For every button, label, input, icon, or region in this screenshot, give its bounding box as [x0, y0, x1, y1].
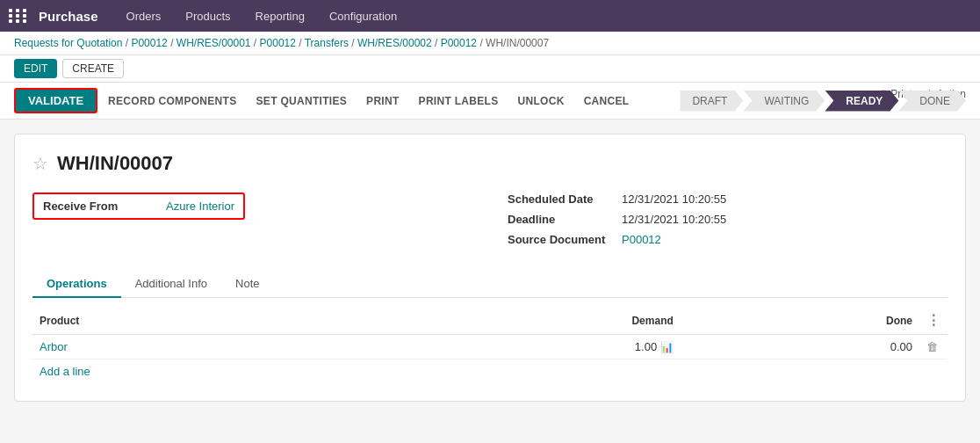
nav-orders[interactable]: Orders — [116, 4, 172, 28]
breadcrumb: Requests for Quotation / P00012 / WH/RES… — [0, 32, 980, 55]
demand-cell: 1.00 📊 — [351, 335, 681, 359]
trash-icon[interactable]: 🗑 — [926, 340, 938, 353]
cancel-link[interactable]: CANCEL — [575, 91, 638, 112]
scheduled-date-value: 12/31/2021 10:20:55 — [622, 192, 726, 206]
record-card: ☆ WH/IN/00007 Receive From Azure Interio… — [14, 134, 966, 402]
scheduled-date-row: Scheduled Date 12/31/2021 10:20:55 — [508, 192, 948, 206]
apps-icon[interactable] — [9, 9, 28, 23]
record-components-link[interactable]: RECORD COMPONENTS — [99, 91, 245, 112]
breadcrumb-current: WH/IN/00007 — [486, 37, 549, 49]
deadline-label: Deadline — [508, 213, 613, 226]
status-waiting[interactable]: WAITING — [743, 91, 825, 112]
record-title: WH/IN/00007 — [57, 152, 173, 175]
main-content: ☆ WH/IN/00007 Receive From Azure Interio… — [0, 120, 980, 416]
breadcrumb-link-6[interactable]: P00012 — [441, 37, 477, 49]
source-doc-label: Source Document — [508, 233, 613, 246]
form-left: Receive From Azure Interior — [32, 192, 472, 253]
unlock-link[interactable]: UNLOCK — [509, 91, 573, 112]
breadcrumb-link-5[interactable]: WH/RES/00002 — [357, 37, 432, 49]
breadcrumb-link-1[interactable]: P00012 — [131, 37, 167, 49]
chart-icon[interactable]: 📊 — [660, 341, 674, 353]
status-done[interactable]: DONE — [898, 91, 966, 112]
form-right: Scheduled Date 12/31/2021 10:20:55 Deadl… — [508, 192, 948, 253]
col-more: ⋮ — [919, 307, 948, 335]
top-navigation: Purchase Orders Products Reporting Confi… — [0, 0, 980, 32]
column-more-icon[interactable]: ⋮ — [926, 313, 940, 328]
product-cell[interactable]: Arbor — [32, 335, 351, 359]
action-bar: VALIDATE RECORD COMPONENTS SET QUANTITIE… — [0, 83, 980, 120]
col-done: Done — [681, 307, 919, 335]
col-product: Product — [32, 307, 351, 335]
breadcrumb-link-2[interactable]: WH/RES/00001 — [177, 37, 251, 49]
add-line-button[interactable]: Add a line — [32, 359, 97, 383]
table-row: Arbor 1.00 📊 0.00 🗑 — [32, 335, 948, 359]
print-labels-link[interactable]: PRINT LABELS — [410, 91, 508, 112]
nav-products[interactable]: Products — [175, 4, 241, 28]
tab-note[interactable]: Note — [221, 271, 273, 298]
status-ready[interactable]: READY — [825, 91, 898, 112]
nav-reporting[interactable]: Reporting — [245, 4, 315, 28]
create-button[interactable]: CREATE — [62, 59, 124, 78]
receive-from-label: Receive From — [43, 200, 148, 213]
nav-configuration[interactable]: Configuration — [319, 4, 407, 28]
source-doc-value[interactable]: P00012 — [622, 233, 661, 246]
edit-button[interactable]: EDIT — [14, 59, 57, 78]
done-cell: 0.00 — [681, 335, 919, 359]
breadcrumb-link-3[interactable]: P00012 — [260, 37, 296, 49]
nav-links: Orders Products Reporting Configuration — [116, 4, 408, 28]
record-tabs: Operations Additional Info Note — [32, 271, 948, 298]
col-demand: Demand — [351, 307, 681, 335]
deadline-row: Deadline 12/31/2021 10:20:55 — [508, 213, 948, 226]
breadcrumb-link-0[interactable]: Requests for Quotation — [14, 37, 122, 49]
receive-from-field: Receive From Azure Interior — [32, 192, 245, 220]
status-bar: DRAFT WAITING READY DONE — [680, 91, 966, 112]
print-link[interactable]: PRINT — [357, 91, 408, 112]
validate-button[interactable]: VALIDATE — [14, 88, 97, 113]
record-title-row: ☆ WH/IN/00007 — [32, 152, 948, 175]
breadcrumb-link-4[interactable]: Transfers — [305, 37, 349, 49]
set-quantities-link[interactable]: SET QUANTITIES — [248, 91, 357, 112]
deadline-value: 12/31/2021 10:20:55 — [622, 213, 726, 226]
tab-additional-info[interactable]: Additional Info — [121, 271, 221, 298]
brand-name: Purchase — [39, 9, 98, 24]
tab-operations[interactable]: Operations — [32, 271, 121, 298]
delete-cell: 🗑 — [919, 335, 948, 359]
form-section: Receive From Azure Interior Scheduled Da… — [32, 192, 948, 253]
status-draft[interactable]: DRAFT — [680, 91, 743, 112]
receive-from-value[interactable]: Azure Interior — [166, 200, 234, 213]
source-doc-row: Source Document P00012 — [508, 233, 948, 246]
scheduled-date-label: Scheduled Date — [508, 192, 613, 206]
favorite-icon[interactable]: ☆ — [32, 153, 48, 174]
edit-bar: EDIT CREATE — [0, 55, 980, 83]
operations-table: Product Demand Done ⋮ Arbor 1.00 📊 0.00 — [32, 307, 948, 359]
